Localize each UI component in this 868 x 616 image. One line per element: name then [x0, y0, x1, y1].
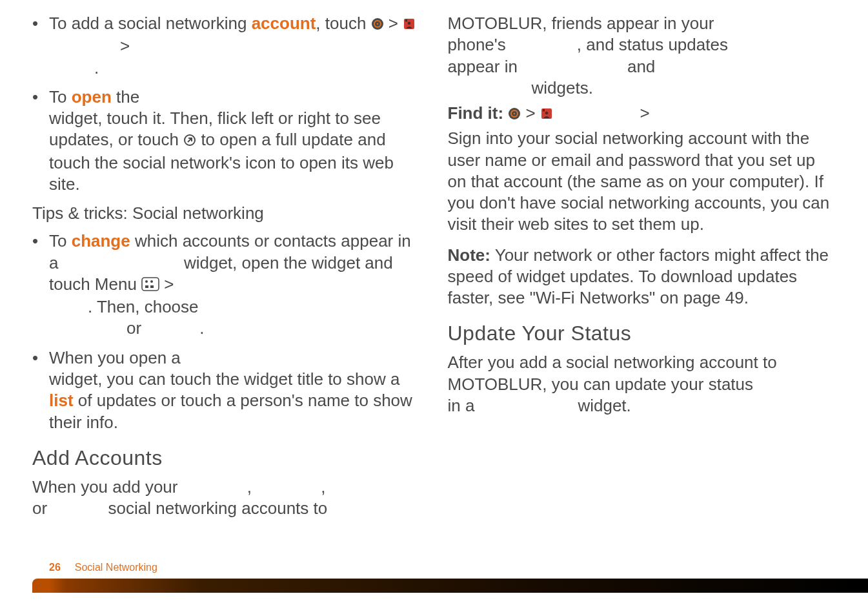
- text: of updates or touch a person's name to s…: [49, 391, 412, 431]
- right-column: MOTOBLUR, friends appear in your phone's…: [448, 13, 836, 519]
- svg-point-13: [514, 113, 515, 114]
- gt: >: [526, 103, 536, 123]
- text: To: [49, 231, 72, 251]
- text: widgets.: [532, 78, 593, 98]
- bullet-open-list: • When you open a widget, you can touch …: [32, 347, 421, 433]
- section-name: Social Networking: [75, 562, 157, 573]
- svg-rect-10: [150, 285, 154, 288]
- paragraph-add-accounts: When you add your , , or social networki…: [32, 477, 421, 520]
- gt: >: [164, 274, 174, 294]
- text: After you add a social networking accoun…: [448, 353, 777, 393]
- text: , and status updates: [577, 35, 728, 54]
- paragraph-update-status: After you add a social networking accoun…: [448, 352, 836, 416]
- text: in a: [448, 396, 475, 415]
- text: or: [32, 498, 47, 518]
- gt: >: [389, 14, 403, 33]
- home-circle-icon: [371, 14, 384, 36]
- svg-point-8: [150, 280, 153, 283]
- svg-point-4: [408, 22, 411, 25]
- svg-rect-6: [142, 278, 159, 291]
- note-label: Note:: [448, 245, 490, 265]
- text: To add a social networking: [49, 14, 252, 33]
- text-bold: open: [72, 87, 112, 107]
- gt: >: [120, 36, 130, 56]
- text: , touch: [316, 14, 370, 33]
- svg-rect-9: [145, 285, 148, 288]
- text: widget, you can touch the widget title t…: [49, 369, 399, 389]
- home-circle-icon: [508, 104, 521, 125]
- paragraph-note: Note: Your network or other factors migh…: [448, 245, 836, 309]
- text: When you open a: [49, 348, 181, 367]
- bullet-dot: •: [32, 87, 49, 195]
- svg-point-2: [376, 23, 378, 25]
- paragraph-motoblur: MOTOBLUR, friends appear in your phone's…: [448, 13, 836, 99]
- find-it-label: Find it:: [448, 103, 504, 123]
- dot: .: [199, 318, 204, 338]
- text: and: [627, 57, 655, 76]
- text-bold: account: [252, 14, 316, 33]
- bullet-dot: •: [32, 13, 49, 79]
- text: appear in: [448, 57, 518, 76]
- menu-icon: [141, 275, 159, 296]
- footer-bar: [32, 579, 868, 593]
- dot: .: [94, 58, 99, 77]
- text: MOTOBLUR, friends appear in your: [448, 14, 714, 33]
- heading-update-status: Update Your Status: [448, 320, 836, 347]
- text: phone's: [448, 35, 506, 54]
- comma: ,: [321, 477, 325, 497]
- text: To: [49, 87, 72, 107]
- text-bold: change: [72, 231, 130, 251]
- bullet-change-accounts: • To change which accounts or contacts a…: [32, 231, 421, 339]
- left-column: • To add a social networking account, to…: [32, 13, 421, 519]
- bullet-dot: •: [32, 347, 49, 433]
- text: Your network or other factors might affe…: [448, 245, 829, 308]
- text: or: [126, 318, 141, 338]
- accounts-icon: [540, 104, 553, 125]
- text: widget.: [578, 396, 631, 415]
- paragraph-signin: Sign into your social networking account…: [448, 128, 836, 235]
- accounts-icon: [403, 14, 416, 36]
- tips-heading: Tips & tricks: Social networking: [32, 203, 421, 224]
- svg-point-7: [145, 280, 148, 283]
- page-footer: 26Social Networking: [0, 563, 868, 593]
- text: social networking accounts to: [108, 498, 328, 518]
- gt: >: [640, 103, 650, 123]
- text: the: [112, 87, 139, 107]
- page-number: 26: [49, 562, 61, 573]
- heading-add-accounts: Add Accounts: [32, 445, 421, 471]
- bullet-dot: •: [32, 231, 49, 339]
- text: widget, open the widget and touch Menu: [49, 253, 393, 294]
- find-it-row: Find it: > >: [448, 103, 836, 125]
- text-bold: list: [49, 391, 74, 410]
- text: When you add your: [32, 477, 177, 497]
- bullet-open-widget: • To open the widget, touch it. Then, fl…: [32, 87, 421, 195]
- open-arrow-icon: [183, 130, 196, 152]
- comma: ,: [247, 477, 252, 497]
- text: . Then, choose: [88, 297, 199, 316]
- bullet-add-account: • To add a social networking account, to…: [32, 13, 421, 79]
- svg-point-15: [545, 112, 549, 115]
